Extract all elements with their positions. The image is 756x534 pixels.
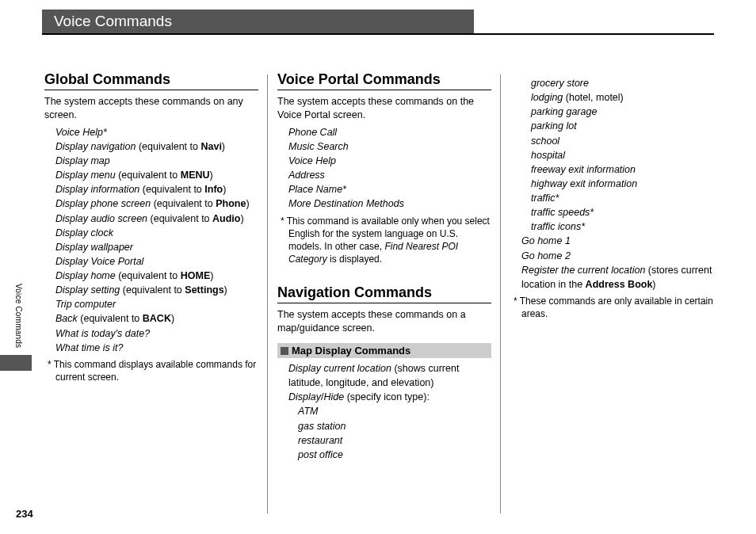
cmd: lodging bbox=[531, 92, 563, 103]
txt: (equivalent to bbox=[151, 198, 216, 209]
side-tab-marker bbox=[0, 355, 32, 371]
cmd: freeway exit information bbox=[531, 164, 636, 175]
page-title: Voice Commands bbox=[54, 13, 172, 29]
txt: ) bbox=[223, 184, 226, 195]
intro-global: The system accepts these commands on any… bbox=[44, 95, 258, 122]
txt: ) bbox=[171, 313, 174, 324]
key: BACK bbox=[143, 313, 171, 324]
key: Phone bbox=[216, 198, 246, 209]
intro-voice-portal: The system accepts these commands on the… bbox=[277, 95, 491, 122]
cmd: Trip computer bbox=[55, 299, 116, 310]
footnote-global: * This command displays available comman… bbox=[44, 358, 258, 383]
txt: (equivalent to bbox=[147, 213, 212, 224]
txt: (equivalent to bbox=[78, 313, 143, 324]
key: Navi bbox=[200, 141, 221, 152]
cmd: ATM bbox=[298, 406, 318, 417]
cmd: Display current location bbox=[288, 363, 391, 374]
side-tab-label: Voice Commands bbox=[14, 284, 23, 348]
cmd: grocery store bbox=[531, 78, 589, 89]
cmd: Hide bbox=[323, 391, 344, 402]
page-title-bar: Voice Commands bbox=[42, 10, 474, 33]
intro-navigation: The system accepts these commands on a m… bbox=[277, 308, 491, 335]
cmd: What time is it? bbox=[55, 342, 123, 353]
heading-navigation: Navigation Commands bbox=[277, 284, 491, 303]
cmd: Display Voice Portal bbox=[55, 256, 143, 267]
cmd: highway exit information bbox=[531, 178, 637, 189]
key: HOME bbox=[181, 270, 211, 281]
txt: ) bbox=[222, 141, 225, 152]
txt: (equivalent to bbox=[120, 284, 185, 296]
title-rule bbox=[42, 33, 714, 35]
cmd: Music Search bbox=[288, 141, 349, 152]
txt: (equivalent to bbox=[136, 141, 200, 152]
cmd: parking garage bbox=[531, 106, 597, 117]
txt: ) bbox=[224, 284, 227, 296]
cmd: Back bbox=[55, 313, 78, 324]
cmd: traffic icons* bbox=[531, 221, 585, 232]
cmd: Go home 1 bbox=[521, 235, 571, 246]
key: MENU bbox=[181, 170, 210, 181]
cmd: Display wallpaper bbox=[55, 242, 133, 253]
txt: (equivalent to bbox=[139, 184, 204, 195]
column-1: Global Commands The system accepts these… bbox=[44, 71, 258, 510]
column-2: Voice Portal Commands The system accepts… bbox=[277, 71, 491, 510]
txt: ) bbox=[210, 270, 213, 281]
subheading-map-display: Map Display Commands bbox=[277, 343, 491, 358]
cmd: gas station bbox=[298, 421, 346, 432]
cmd: hospital bbox=[531, 150, 565, 161]
cmd: Voice Help* bbox=[55, 127, 107, 138]
cmd: Display menu bbox=[55, 170, 116, 181]
cmd: Phone Call bbox=[288, 127, 337, 138]
icon-type-list: ATM gas station restaurant post office bbox=[277, 404, 491, 462]
txt: is displayed. bbox=[327, 254, 382, 265]
txt: (specify icon type): bbox=[344, 391, 430, 402]
heading-global-commands: Global Commands bbox=[44, 71, 258, 90]
square-bullet-icon bbox=[281, 347, 288, 355]
map-display-list: Display current location (shows current … bbox=[277, 361, 491, 404]
cmd: traffic speeds* bbox=[531, 207, 594, 218]
txt: ) bbox=[652, 279, 655, 290]
cmd: Display map bbox=[55, 155, 110, 166]
cmd: What is today's date? bbox=[55, 328, 150, 339]
heading-voice-portal: Voice Portal Commands bbox=[277, 71, 491, 90]
content-columns: Global Commands The system accepts these… bbox=[44, 71, 724, 510]
key: Address Book bbox=[586, 279, 653, 290]
cmd: restaurant bbox=[298, 435, 342, 446]
key: Audio bbox=[212, 213, 240, 224]
page-number: 234 bbox=[16, 508, 33, 520]
cmd: Go home 2 bbox=[521, 250, 571, 261]
footnote-voice-portal: * This command is available only when yo… bbox=[277, 215, 491, 266]
cmd: Display bbox=[288, 391, 321, 402]
cmd: post office bbox=[298, 449, 343, 460]
global-command-list: Voice Help* Display navigation (equivale… bbox=[44, 125, 258, 355]
subheading-label: Map Display Commands bbox=[292, 345, 410, 357]
cmd: Voice Help bbox=[288, 155, 336, 166]
cmd: More Destination Methods bbox=[288, 198, 404, 209]
key: Settings bbox=[185, 284, 223, 296]
txt: (equivalent to bbox=[116, 270, 181, 281]
cmd: Display phone screen bbox=[55, 198, 151, 209]
icon-type-list-cont: grocery store lodging (hotel, motel) par… bbox=[510, 76, 724, 234]
column-3: grocery store lodging (hotel, motel) par… bbox=[510, 71, 724, 510]
cmd: Display audio screen bbox=[55, 213, 147, 224]
cmd: Display clock bbox=[55, 227, 113, 238]
map-display-list-cont: Go home 1 Go home 2 Register the current… bbox=[510, 234, 724, 292]
cmd: Address bbox=[288, 170, 325, 181]
voice-portal-list: Phone Call Music Search Voice Help Addre… bbox=[277, 125, 491, 212]
txt: ) bbox=[246, 198, 249, 209]
txt: (equivalent to bbox=[116, 170, 181, 181]
cmd: Display home bbox=[55, 270, 116, 281]
txt: ) bbox=[240, 213, 243, 224]
txt: ) bbox=[210, 170, 213, 181]
cmd: parking lot bbox=[531, 120, 577, 132]
footnote-nav: * These commands are only available in c… bbox=[510, 295, 724, 320]
cmd: traffic* bbox=[531, 193, 559, 204]
cmd: Display navigation bbox=[55, 141, 136, 152]
cmd: Display information bbox=[55, 184, 139, 195]
key: Info bbox=[204, 184, 223, 195]
cmd: Register the current location bbox=[521, 265, 645, 276]
txt: (hotel, motel) bbox=[563, 92, 623, 103]
cmd: Place Name* bbox=[288, 184, 346, 195]
cmd: Display setting bbox=[55, 284, 120, 296]
cmd: school bbox=[531, 135, 559, 147]
